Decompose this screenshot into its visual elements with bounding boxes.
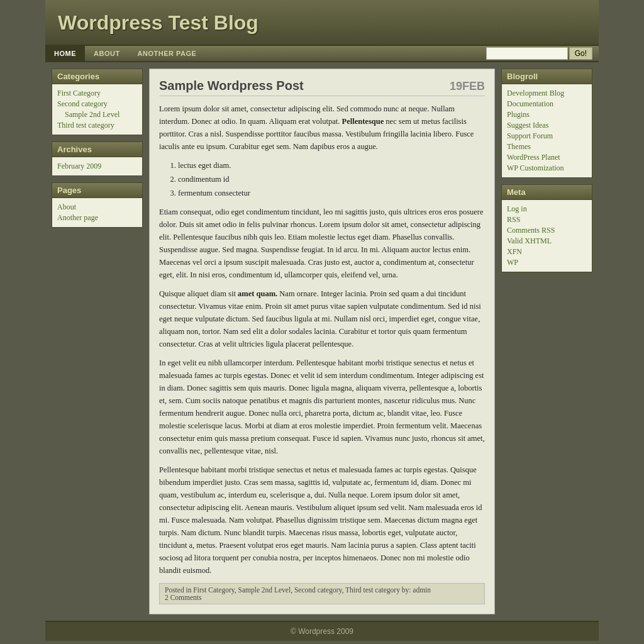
pages-box: Pages AboutAnother page [52,182,143,228]
meta-link[interactable]: RSS [507,214,587,225]
post-date: 19FEB [450,80,485,93]
category-link[interactable]: Second category [57,99,137,109]
post-p3: Quisque aliquet diam sit amet quam. Nam … [159,287,485,350]
blogroll-link[interactable]: WordPress Planet [507,152,587,163]
post-header: Sample Wordpress Post 19FEB [159,79,485,96]
categories-title: Categories [52,69,142,84]
meta-link[interactable]: Log in [507,204,587,214]
meta-link[interactable]: Comments RSS [507,225,587,236]
categories-box: Categories First CategorySecond category… [52,69,143,135]
footer-text: © Wordpress 2009 [291,627,353,636]
category-link[interactable]: Sample 2nd Level [57,109,137,120]
page-link[interactable]: About [57,202,137,213]
left-sidebar: Categories First CategorySecond category… [52,69,143,614]
archives-content: February 2009 [52,157,142,175]
post-title: Sample Wordpress Post [159,79,304,93]
nav-item-home[interactable]: HOME [45,46,85,61]
nav-item-another page[interactable]: ANOTHER PAGE [129,46,206,61]
list-item: lectus eget diam. [178,159,485,172]
post-body: Lorem ipsum dolor sit amet, consectetur … [159,103,485,577]
nav-search: Go! [486,47,599,60]
post-date-month: FEB [462,80,485,92]
archives-box: Archives February 2009 [52,142,143,176]
blogroll-link[interactable]: WP Customization [507,163,587,174]
main-content: Sample Wordpress Post 19FEB Lorem ipsum … [149,69,495,614]
list-item: condimentum id [178,173,485,186]
blogroll-box: Blogroll Development BlogDocumentationPl… [501,69,592,178]
post-p2: Etiam consequat, odio eget condimentum t… [159,206,485,281]
archives-title: Archives [52,142,142,157]
meta-title: Meta [502,185,592,200]
post-p1: Lorem ipsum dolor sit amet, consectetur … [159,103,485,153]
post-footer-text: Posted in First Category, Sample 2nd Lev… [165,586,479,594]
nav-item-about[interactable]: ABOUT [85,46,129,61]
meta-box: Meta Log inRSSComments RSSValid XHTMLXFN… [501,184,592,272]
blogroll-content: Development BlogDocumentationPluginsSugg… [502,84,592,177]
post-date-day: 19 [450,80,462,92]
post-footer: Posted in First Category, Sample 2nd Lev… [159,583,485,604]
blogroll-title: Blogroll [502,69,592,84]
right-sidebar: Blogroll Development BlogDocumentationPl… [501,69,592,614]
meta-content: Log inRSSComments RSSValid XHTMLXFNWP [502,200,592,272]
pages-content: AboutAnother page [52,198,142,227]
list-item: fermentum consectetur [178,187,485,199]
pages-title: Pages [52,183,142,198]
blogroll-link[interactable]: Themes [507,142,587,152]
blogroll-link[interactable]: Suggest Ideas [507,120,587,131]
post-list: lectus eget diam.condimentum idfermentum… [178,159,485,199]
archives-feb-2009[interactable]: February 2009 [57,161,137,172]
navbar: HOMEABOUTANOTHER PAGE Go! [45,46,599,62]
page-link[interactable]: Another page [57,213,137,223]
site-title: Wordpress Test Blog [58,11,586,35]
meta-link[interactable]: WP [507,257,587,268]
blogroll-link[interactable]: Documentation [507,99,587,109]
post-comments: 2 Comments [165,594,479,601]
nav-links: HOMEABOUTANOTHER PAGE [45,46,205,61]
site-footer: © Wordpress 2009 [45,621,599,641]
post-p4: In eget velit eu nibh ullamcorper interd… [159,357,485,457]
meta-link[interactable]: Valid XHTML [507,236,587,247]
categories-content: First CategorySecond categorySample 2nd … [52,84,142,135]
search-button[interactable]: Go! [569,47,592,60]
category-link[interactable]: First Category [57,88,137,99]
category-link[interactable]: Third test category [57,120,137,131]
blogroll-link[interactable]: Support Forum [507,131,587,142]
blogroll-link[interactable]: Development Blog [507,88,587,99]
meta-link[interactable]: XFN [507,247,587,257]
blogroll-link[interactable]: Plugins [507,109,587,120]
site-header: Wordpress Test Blog [45,0,599,46]
post-p5: Pellentesque habitant morbi tristique se… [159,464,485,577]
search-input[interactable] [486,47,568,60]
content-area: Categories First CategorySecond category… [45,62,599,621]
